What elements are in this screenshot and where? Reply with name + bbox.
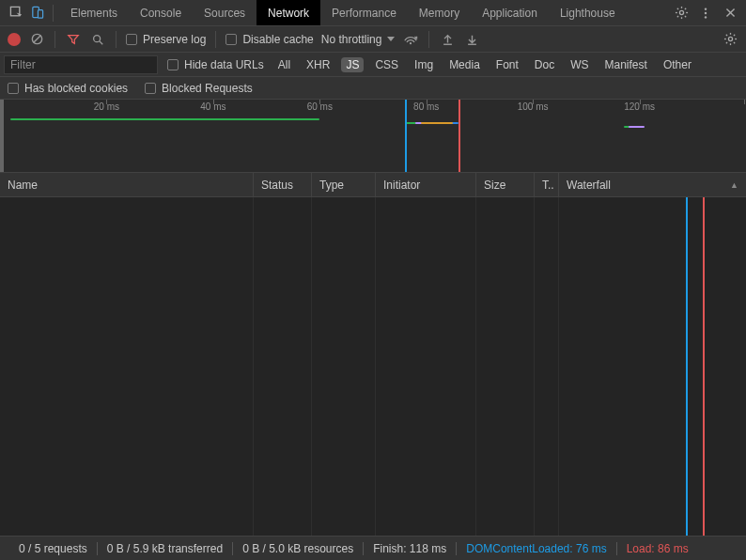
record-button[interactable] — [8, 33, 21, 46]
hide-data-urls-checkbox[interactable]: Hide data URLs — [167, 58, 264, 71]
has-blocked-cookies-label: Has blocked cookies — [24, 82, 128, 95]
filter-type-js[interactable]: JS — [341, 57, 364, 72]
filter-input[interactable] — [4, 55, 158, 74]
column-header-label: Name — [8, 179, 38, 192]
tab-sources[interactable]: Sources — [193, 0, 256, 25]
tab-performance[interactable]: Performance — [320, 0, 408, 25]
export-har-icon[interactable] — [463, 31, 480, 48]
has-blocked-cookies-checkbox[interactable]: Has blocked cookies — [8, 82, 128, 95]
chevron-down-icon — [387, 37, 395, 41]
filter-type-all[interactable]: All — [273, 57, 295, 72]
svg-rect-2 — [38, 10, 42, 18]
column-divider — [535, 197, 559, 536]
status-finish: Finish: 118 ms — [364, 542, 456, 555]
column-divider — [0, 197, 254, 536]
network-conditions-icon[interactable] — [402, 31, 419, 48]
tab-lighthouse[interactable]: Lighthouse — [549, 0, 627, 25]
svg-line-31 — [725, 35, 726, 36]
checkbox-icon — [167, 59, 179, 70]
svg-point-13 — [705, 11, 707, 13]
device-toolbar-icon[interactable] — [26, 0, 47, 26]
column-header-size[interactable]: Size — [476, 173, 535, 196]
filter-type-other[interactable]: Other — [659, 57, 696, 72]
column-header-name[interactable]: Name — [0, 173, 254, 196]
filter-bar: Hide data URLs AllXHRJSCSSImgMediaFontDo… — [0, 53, 746, 77]
waterfall-event-line — [703, 197, 705, 536]
column-header-label: T.. — [542, 179, 554, 192]
status-requests: 0 / 5 requests — [9, 542, 97, 555]
svg-line-18 — [33, 36, 40, 43]
status-transferred: 0 B / 5.9 kB transferred — [98, 542, 232, 555]
more-icon[interactable] — [695, 0, 716, 26]
timeline-overview[interactable]: 20 ms40 ms60 ms80 ms100 ms120 ms — [0, 100, 746, 173]
waterfall-area — [559, 197, 746, 536]
disable-cache-checkbox[interactable]: Disable cache — [225, 33, 313, 46]
timeline-tick-label: 100 ms — [518, 101, 549, 112]
search-icon[interactable] — [89, 31, 106, 48]
close-icon[interactable] — [720, 0, 740, 26]
throttling-label: No throttling — [321, 33, 382, 46]
filter-type-manifest[interactable]: Manifest — [600, 57, 652, 72]
disable-cache-label: Disable cache — [242, 33, 313, 46]
filter-type-xhr[interactable]: XHR — [302, 57, 334, 72]
column-header-t[interactable]: T.. — [535, 173, 559, 196]
filter-type-media[interactable]: Media — [444, 57, 485, 72]
column-header-status[interactable]: Status — [254, 173, 312, 196]
svg-line-9 — [684, 16, 685, 17]
devtools-window: ElementsConsoleSourcesNetworkPerformance… — [0, 0, 746, 560]
column-header-type[interactable]: Type — [312, 173, 376, 196]
column-header-waterfall[interactable]: Waterfall▲ — [559, 173, 746, 196]
column-header-label: Status — [261, 179, 293, 192]
filter-type-ws[interactable]: WS — [566, 57, 593, 72]
network-toolbar: Preserve log Disable cache No throttling — [0, 26, 746, 53]
filter-type-doc[interactable]: Doc — [530, 57, 559, 72]
tab-memory[interactable]: Memory — [408, 0, 471, 25]
blocked-requests-checkbox[interactable]: Blocked Requests — [145, 82, 253, 95]
settings-icon[interactable] — [671, 0, 692, 26]
clear-icon[interactable] — [28, 31, 45, 48]
svg-point-26 — [728, 37, 732, 40]
table-body — [0, 197, 746, 536]
inspect-icon[interactable] — [6, 0, 26, 26]
column-header-initiator[interactable]: Initiator — [376, 173, 476, 196]
column-header-label: Size — [484, 179, 505, 192]
column-divider — [254, 197, 312, 536]
vertical-separator — [53, 5, 54, 22]
throttling-select[interactable]: No throttling — [321, 33, 396, 46]
network-settings-icon[interactable] — [722, 31, 738, 48]
svg-line-8 — [676, 8, 677, 9]
vertical-separator — [54, 31, 55, 48]
column-header-label: Waterfall — [567, 179, 611, 192]
filter-type-css[interactable]: CSS — [370, 57, 403, 72]
filter-type-img[interactable]: Img — [410, 57, 438, 72]
overview-segment — [421, 122, 453, 124]
vertical-separator — [215, 31, 216, 48]
column-divider — [312, 197, 376, 536]
svg-line-10 — [676, 16, 677, 17]
vertical-separator — [428, 31, 429, 48]
svg-line-32 — [733, 42, 734, 43]
timeline-tick — [744, 100, 745, 104]
overview-handle[interactable] — [0, 100, 4, 172]
sort-indicator-icon: ▲ — [730, 180, 738, 190]
import-har-icon[interactable] — [439, 31, 456, 48]
tab-application[interactable]: Application — [471, 0, 549, 25]
svg-line-20 — [100, 40, 103, 44]
status-domcontentloaded: DOMContentLoaded: 76 ms — [457, 542, 615, 555]
column-header-label: Initiator — [383, 179, 420, 192]
status-resources: 0 B / 5.0 kB resources — [233, 542, 363, 555]
filter-icon[interactable] — [65, 31, 82, 48]
svg-point-3 — [679, 10, 683, 14]
preserve-log-checkbox[interactable]: Preserve log — [126, 33, 206, 46]
tab-network[interactable]: Network — [256, 0, 320, 25]
filter-type-font[interactable]: Font — [491, 57, 523, 72]
svg-point-14 — [705, 16, 707, 18]
preserve-log-label: Preserve log — [143, 33, 206, 46]
tab-elements[interactable]: Elements — [59, 0, 129, 25]
timeline-tick-label: 120 ms — [624, 101, 655, 112]
tab-console[interactable]: Console — [129, 0, 193, 25]
overview-segment — [10, 118, 319, 120]
waterfall-event-line — [686, 197, 688, 536]
timeline-tick-label: 40 ms — [200, 101, 225, 112]
checkbox-icon — [225, 34, 237, 45]
